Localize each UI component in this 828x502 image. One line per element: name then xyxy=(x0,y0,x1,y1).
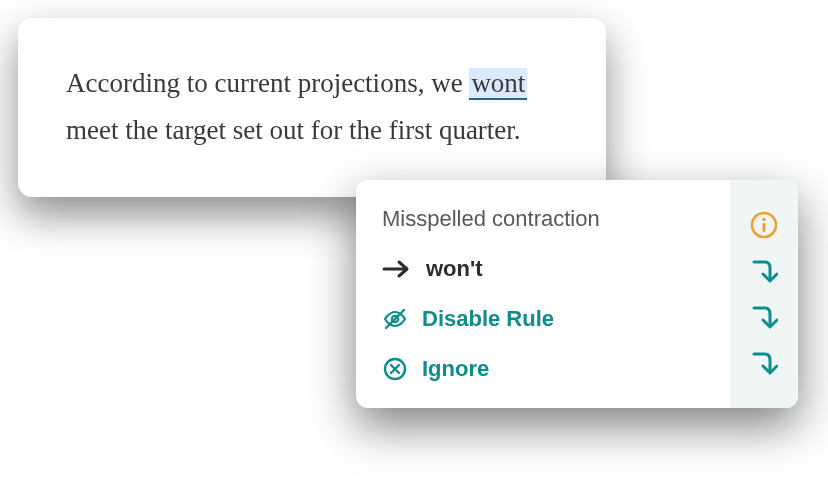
editor-card: According to current projections, we won… xyxy=(18,18,606,197)
text-after: meet the target set out for the first qu… xyxy=(66,115,521,145)
svg-point-7 xyxy=(762,218,766,222)
info-button[interactable] xyxy=(747,208,781,242)
svg-rect-8 xyxy=(762,223,765,232)
text-before: According to current projections, we xyxy=(66,68,469,98)
suggestion-popup: Misspelled contraction won't Disable Rul… xyxy=(356,180,798,408)
correction-text: won't xyxy=(426,256,483,282)
arrow-turn-down-icon xyxy=(750,348,778,378)
eye-off-icon xyxy=(382,307,408,331)
arrow-turn-down-icon xyxy=(750,256,778,286)
apply-down-button-1[interactable] xyxy=(747,254,781,288)
ignore-label: Ignore xyxy=(422,356,489,382)
disable-rule-action[interactable]: Disable Rule xyxy=(382,306,720,332)
ignore-action[interactable]: Ignore xyxy=(382,356,720,382)
correction-row[interactable]: won't xyxy=(382,256,720,282)
arrow-turn-down-icon xyxy=(750,302,778,332)
info-icon xyxy=(749,210,779,240)
suggestion-title: Misspelled contraction xyxy=(382,206,720,232)
suggestion-sidebar xyxy=(730,180,798,408)
disable-rule-label: Disable Rule xyxy=(422,306,554,332)
suggestion-main: Misspelled contraction won't Disable Rul… xyxy=(356,180,730,408)
close-circle-icon xyxy=(382,356,408,382)
apply-down-button-3[interactable] xyxy=(747,346,781,380)
apply-down-button-2[interactable] xyxy=(747,300,781,334)
highlighted-word[interactable]: wont xyxy=(469,68,527,100)
arrow-right-icon xyxy=(382,259,412,279)
editor-text[interactable]: According to current projections, we won… xyxy=(66,60,558,155)
